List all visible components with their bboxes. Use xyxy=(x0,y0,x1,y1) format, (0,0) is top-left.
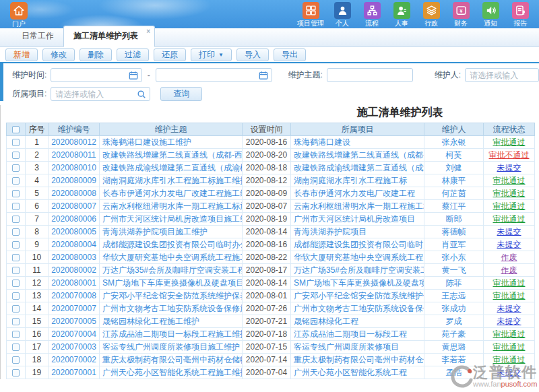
maintainer-input[interactable] xyxy=(466,69,538,81)
maintenance-code-link[interactable]: 2020070004 xyxy=(51,329,96,339)
maintainer-link[interactable]: 何芷茵 xyxy=(442,189,466,198)
row-checkbox[interactable] xyxy=(12,292,20,300)
maintenance-code-link[interactable]: 2020080009 xyxy=(51,176,96,185)
row-checkbox[interactable] xyxy=(12,241,20,249)
project-link[interactable]: 客运专线广州调度所装修项目 xyxy=(294,342,399,352)
row-checkbox[interactable] xyxy=(12,190,20,197)
maintenance-subject-link[interactable]: 华软大厦研究基地中央空调系统工程施工维护 xyxy=(102,253,243,262)
workflow-status-link[interactable]: 未提交 xyxy=(497,227,521,236)
workflow-status-link[interactable]: 审批通过 xyxy=(493,342,526,352)
project-link[interactable]: 长春市伊通河水力发电厂改建工程 xyxy=(294,189,415,198)
filter-button[interactable]: 过滤 xyxy=(117,48,149,61)
maintenance-code-link[interactable]: 2020080008 xyxy=(51,189,96,198)
workflow-status-link[interactable]: 未提交 xyxy=(497,317,521,326)
maintainer-link[interactable]: 苑子豪 xyxy=(442,329,466,339)
maintenance-code-link[interactable]: 2020070005 xyxy=(51,317,96,326)
workflow-status-link[interactable]: 审批通过 xyxy=(493,137,526,147)
row-checkbox[interactable] xyxy=(12,216,20,223)
workflow-status-link[interactable]: 审批通过 xyxy=(493,176,526,185)
maintainer-link[interactable]: 孟浩 xyxy=(446,368,462,377)
workflow-status-link[interactable]: 未提交 xyxy=(497,304,521,313)
workflow-status-link[interactable]: 作废 xyxy=(501,253,517,262)
project-link[interactable]: 成都能源建设集团投资有限公司临时办公场所... xyxy=(294,240,424,249)
maintenance-subject-link[interactable]: 成都能源建设集团投资有限公司临时办公场所... xyxy=(102,240,243,249)
row-checkbox[interactable] xyxy=(12,254,20,261)
date-to-input[interactable] xyxy=(156,69,272,81)
maintainer-link[interactable]: 林康平 xyxy=(442,176,466,185)
row-checkbox[interactable] xyxy=(12,369,20,377)
maintainer-link[interactable]: 张成功 xyxy=(442,304,466,313)
maintenance-subject-link[interactable]: 万达广场35#会所及咖啡厅空调安装工程施工... xyxy=(102,265,243,275)
maintenance-subject-link[interactable]: 广州市文物考古工地安防系统设备保修施工维护 xyxy=(102,304,243,313)
date-from-input[interactable] xyxy=(51,69,141,81)
tab-close-icon[interactable]: × xyxy=(146,28,150,35)
row-checkbox[interactable] xyxy=(12,203,20,210)
workflow-status-link[interactable]: 审批通过 xyxy=(493,329,526,339)
project-link[interactable]: SM广场地下车库更换摄像机及硬盘项目 xyxy=(294,278,424,288)
nav-item-finance[interactable]: ¥ 财务 xyxy=(449,2,472,28)
maintenance-code-link[interactable]: 2020070002 xyxy=(51,355,96,364)
maintenance-subject-link[interactable]: 广州天心苑小区智能化系统工程施工维护 xyxy=(102,368,243,377)
row-checkbox[interactable] xyxy=(12,139,20,146)
project-link[interactable]: 湖南洞庭湖水库引水工程施工标 xyxy=(294,176,407,185)
workflow-status-link[interactable]: 审批通过 xyxy=(493,355,526,364)
maintenance-code-link[interactable]: 2020080001 xyxy=(51,278,96,288)
project-link[interactable]: 改建铁路成渝线增建第二直通线（成渝枢纽）... xyxy=(294,163,424,172)
delete-button[interactable]: 删除 xyxy=(80,48,112,61)
nav-item-project-management[interactable]: 项目管理 xyxy=(297,2,324,28)
nav-item-notice[interactable]: 通知 xyxy=(479,2,502,28)
print-button[interactable]: 打印 ▼ xyxy=(191,48,232,61)
maintenance-subject-link[interactable]: 改建铁路线增建第二线直通线（成都-西安）电... xyxy=(102,150,243,160)
maintainer-link[interactable]: 王志远 xyxy=(442,291,466,300)
maintenance-subject-link[interactable]: 改建铁路成渝线增建第二直通线（成渝枢纽）... xyxy=(102,163,243,172)
nav-item-workflow[interactable]: 流程 xyxy=(360,2,383,28)
maintainer-link[interactable]: 蔡江平 xyxy=(442,201,466,211)
maintenance-subject-link[interactable]: 客运专线广州调度所装修项目施工维护 xyxy=(102,342,240,352)
row-checkbox[interactable] xyxy=(12,280,20,287)
workflow-status-link[interactable]: 审批通过 xyxy=(493,189,526,198)
import-button[interactable]: 导入 xyxy=(236,48,269,61)
row-checkbox[interactable] xyxy=(12,318,20,325)
maintainer-link[interactable]: 蒋德帧 xyxy=(442,227,466,236)
maintainer-link[interactable]: 刘健 xyxy=(446,163,462,172)
col-maintainer[interactable]: 维护人 xyxy=(424,123,484,136)
workflow-status-link[interactable]: 审批通过 xyxy=(493,291,526,300)
row-checkbox[interactable] xyxy=(12,331,20,338)
maintenance-subject-link[interactable]: 晟铭园林绿化工程施工维护 xyxy=(102,317,199,326)
maintenance-subject-link[interactable]: 广安邓小平纪念馆安全防范系统维护保养项目... xyxy=(102,291,243,300)
nav-item-admin[interactable]: 行政 xyxy=(420,2,443,28)
maintenance-subject-link[interactable]: SM广场地下车库更换摄像机及硬盘项目施工... xyxy=(102,278,243,288)
row-checkbox[interactable] xyxy=(12,305,20,313)
workflow-status-link[interactable]: 作废 xyxy=(501,265,517,275)
col-status[interactable]: 流程状态 xyxy=(484,123,535,136)
calendar-icon[interactable] xyxy=(129,71,138,80)
maintenance-subject-link[interactable]: 青海洪湖养护院项目施工维护 xyxy=(102,227,208,236)
col-project[interactable]: 所属项目 xyxy=(291,123,424,136)
project-link[interactable]: 重庆太极制药有限公司亳州中药材仓储物流基... xyxy=(294,355,424,364)
calendar-icon[interactable] xyxy=(259,71,268,80)
maintenance-code-link[interactable]: 2020080010 xyxy=(51,163,96,172)
maintainer-link[interactable]: 肖亚军 xyxy=(442,240,466,249)
workflow-status-link[interactable]: 审批不通过 xyxy=(489,150,530,160)
project-link[interactable]: 广安邓小平纪念馆安全防范系统维护保养项目 xyxy=(294,291,424,300)
project-link[interactable]: 珠海鹤港口建设 xyxy=(294,137,350,147)
tab-daily-work[interactable]: 日常工作 xyxy=(12,26,63,46)
maintenance-subject-link[interactable]: 广州市天河区统计局机房改造项目施工维护 xyxy=(102,214,243,224)
maintenance-code-link[interactable]: 2020080005 xyxy=(51,227,96,236)
maintenance-code-link[interactable]: 2020070007 xyxy=(51,304,96,313)
workflow-status-link[interactable]: 未提交 xyxy=(497,163,521,172)
maintenance-code-link[interactable]: 2020070008 xyxy=(51,291,96,300)
row-checkbox[interactable] xyxy=(12,177,20,185)
maintenance-code-link[interactable]: 2020080003 xyxy=(51,253,96,262)
maintenance-code-link[interactable]: 2020080002 xyxy=(51,265,96,275)
maintainer-link[interactable]: 张永银 xyxy=(442,137,466,147)
maintenance-code-link[interactable]: 2020080012 xyxy=(51,137,96,147)
row-checkbox[interactable] xyxy=(12,164,20,172)
maintainer-link[interactable]: 柯芙 xyxy=(446,150,462,160)
add-button[interactable]: 新增 xyxy=(5,48,38,61)
col-date[interactable]: 设置时间 xyxy=(243,123,291,136)
row-checkbox[interactable] xyxy=(12,356,20,364)
maintainer-link[interactable]: 陈菲 xyxy=(446,278,462,288)
project-link[interactable]: 改建铁路线增建第二线直通线（成都-西安）电... xyxy=(294,150,424,160)
portal-button[interactable]: 门户 xyxy=(4,2,34,28)
